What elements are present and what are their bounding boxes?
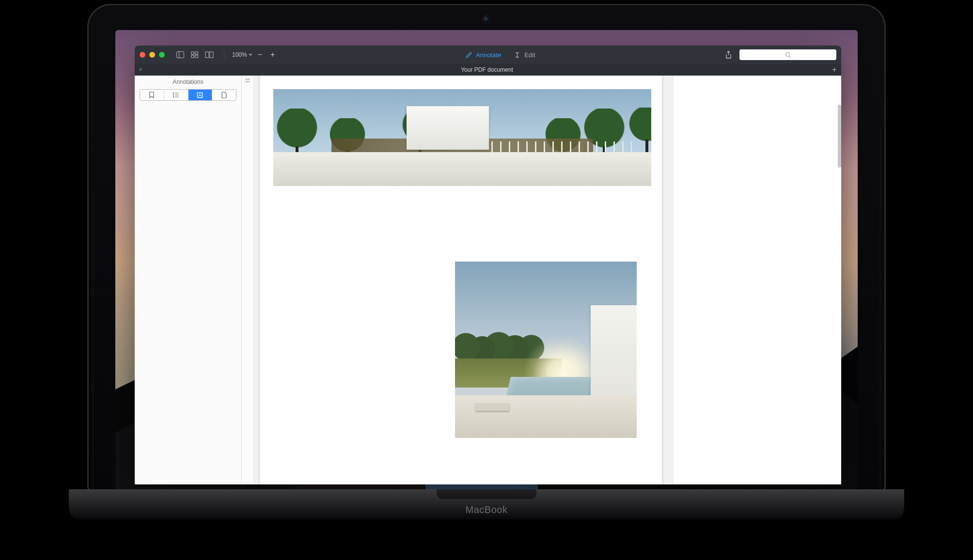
sidebar-tab-thumbnails[interactable]: [212, 90, 236, 100]
toolbar-right-group: [723, 49, 836, 60]
svg-line-9: [789, 56, 791, 58]
zoom-value: 100%: [232, 51, 247, 58]
sidebar-panel-icon: [176, 51, 184, 58]
laptop-display: 100% − + Annotate: [115, 30, 858, 489]
svg-point-14: [173, 96, 174, 97]
zoom-out-button[interactable]: −: [255, 50, 265, 60]
svg-point-8: [785, 52, 789, 56]
canvas-right-space: [674, 76, 841, 484]
toolbar-mode-switch: Annotate Edit: [282, 51, 718, 59]
annotation-tool-rail[interactable]: [242, 76, 254, 484]
macbook-frame: 100% − + Annotate: [87, 4, 886, 492]
camera-icon: [483, 16, 490, 23]
scrollbar-thumb[interactable]: [838, 105, 841, 168]
annotate-mode-button[interactable]: Annotate: [465, 51, 501, 59]
svg-rect-6: [205, 52, 209, 58]
pencil-icon: [465, 51, 472, 59]
window-zoom-button[interactable]: [159, 52, 165, 58]
page-image-bottom: [455, 262, 637, 438]
rail-drag-handle-icon: [245, 78, 250, 80]
device-label: MacBook: [69, 500, 904, 519]
chevron-down-icon: [249, 53, 252, 56]
sidebar-tab-annotations[interactable]: A: [188, 90, 212, 100]
two-page-icon: [205, 51, 214, 58]
sidebar-tab-bookmarks[interactable]: [140, 90, 164, 100]
sidebar-view-group: [173, 49, 216, 60]
svg-rect-3: [195, 52, 198, 54]
share-button[interactable]: [723, 49, 734, 60]
zoom-dropdown[interactable]: 100%: [232, 51, 252, 58]
annotation-square-icon: A: [197, 92, 203, 98]
list-bullets-icon: [173, 92, 179, 98]
pdf-page: [260, 76, 662, 484]
svg-rect-0: [177, 52, 184, 58]
pdf-app-window: 100% − + Annotate: [135, 46, 841, 484]
window-controls: [140, 52, 165, 58]
toolbar-divider: [224, 50, 224, 59]
spread-view-button[interactable]: [203, 49, 216, 60]
bookmark-icon: [149, 92, 155, 98]
sidebar-title: Annotations: [135, 76, 241, 89]
share-icon: [725, 51, 732, 59]
sidebar-tab-outline[interactable]: [164, 90, 188, 100]
zoom-in-button[interactable]: +: [268, 50, 278, 60]
canvas-gutter: [665, 76, 675, 484]
annotations-sidebar: Annotations A: [135, 76, 242, 484]
document-tab-title[interactable]: Your PDF document: [146, 66, 828, 73]
macbook-chassis: MacBook: [69, 489, 904, 519]
svg-rect-2: [191, 52, 194, 54]
svg-rect-4: [191, 55, 194, 58]
sidebar-tab-switcher: A: [140, 89, 236, 101]
annotate-label: Annotate: [476, 51, 501, 59]
close-tab-button[interactable]: ×: [135, 66, 146, 73]
new-tab-button[interactable]: +: [828, 65, 841, 74]
app-toolbar: 100% − + Annotate: [135, 46, 841, 64]
svg-rect-5: [195, 55, 198, 58]
document-tab-bar: × Your PDF document +: [135, 64, 841, 76]
svg-point-10: [173, 93, 174, 93]
grid-icon: [191, 51, 199, 58]
text-cursor-icon: [514, 51, 521, 59]
svg-rect-7: [210, 52, 213, 58]
window-minimize-button[interactable]: [149, 52, 155, 58]
app-main-area: Annotations A: [135, 76, 841, 484]
toggle-sidebar-button[interactable]: [173, 49, 187, 60]
thumbnails-view-button[interactable]: [188, 49, 202, 60]
search-field[interactable]: [739, 49, 836, 60]
window-close-button[interactable]: [140, 52, 145, 58]
svg-text:A: A: [199, 93, 202, 97]
edit-mode-button[interactable]: Edit: [514, 51, 535, 59]
search-icon: [785, 52, 791, 58]
page-icon: [221, 92, 227, 98]
edit-label: Edit: [524, 51, 535, 59]
document-canvas[interactable]: [254, 76, 841, 484]
vertical-scrollbar[interactable]: [837, 76, 841, 484]
svg-point-12: [173, 94, 174, 95]
page-image-top: [273, 89, 651, 186]
zoom-controls: 100% − +: [232, 50, 278, 60]
